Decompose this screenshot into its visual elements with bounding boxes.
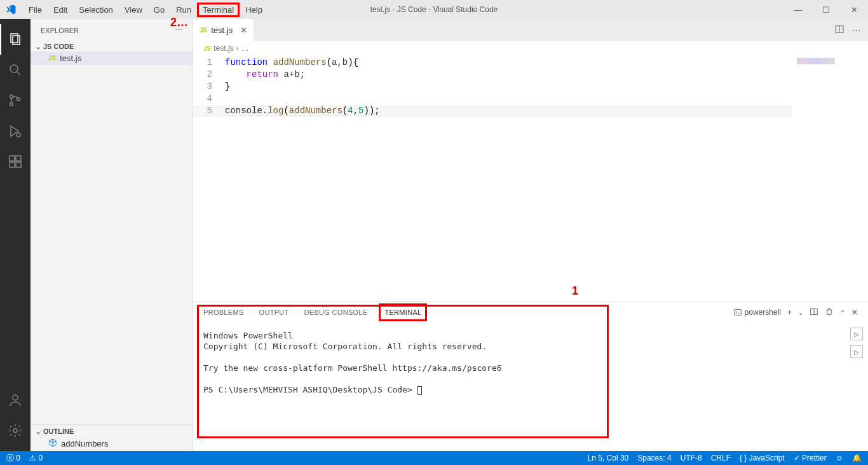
outline-header[interactable]: ⌄ OUTLINE: [31, 424, 193, 436]
terminal-line: Copyright (C) Microsoft Corporation. All…: [203, 341, 858, 352]
menubar: FileEditSelectionViewGoRunTerminalHelp 2…: [0, 0, 868, 19]
terminal-line: [203, 352, 858, 363]
tab-testjs[interactable]: JS test.js ✕: [193, 19, 254, 41]
status-right: Ln 5, Col 30 Spaces: 4 UTF-8 CRLF { } Ja…: [588, 454, 862, 462]
status-bell-icon[interactable]: 🔔: [852, 454, 862, 462]
status-encoding[interactable]: UTF-8: [681, 454, 702, 462]
side-box-1[interactable]: ▷: [850, 328, 863, 340]
status-eol[interactable]: CRLF: [711, 454, 731, 462]
status-warnings[interactable]: ⚠ 0: [29, 454, 43, 462]
tab-bar: JS test.js ✕ ⋯: [193, 19, 868, 41]
statusbar: ⓧ 0 ⚠ 0 Ln 5, Col 30 Spaces: 4 UTF-8 CRL…: [0, 451, 868, 465]
close-panel-icon[interactable]: ✕: [851, 308, 858, 317]
run-debug-icon[interactable]: [0, 116, 31, 146]
svg-rect-8: [10, 162, 15, 167]
terminal-body[interactable]: Windows PowerShellCopyright (C) Microsof…: [193, 323, 868, 451]
status-prettier[interactable]: ✓ Prettier: [794, 454, 827, 462]
panel-tab-debug-console[interactable]: DEBUG CONSOLE: [304, 309, 368, 316]
line-content: function addNumbers(a,b){: [225, 57, 358, 69]
line-number: 5: [193, 105, 225, 117]
source-control-icon[interactable]: [0, 85, 31, 116]
status-feedback-icon[interactable]: ☺: [836, 454, 843, 462]
settings-gear-icon[interactable]: [0, 415, 31, 446]
code-line[interactable]: 3}: [193, 81, 792, 93]
menu-selection[interactable]: Selection: [73, 3, 118, 17]
chevron-up-icon[interactable]: ⌃: [840, 309, 845, 316]
explorer-icon[interactable]: [0, 24, 31, 55]
minimap[interactable]: [792, 55, 868, 302]
maximize-button[interactable]: ☐: [812, 0, 840, 19]
split-terminal-icon[interactable]: [810, 307, 818, 318]
svg-point-12: [13, 429, 17, 433]
activity-bar: [0, 19, 31, 451]
svg-point-3: [10, 95, 13, 99]
tab-label: test.js: [211, 25, 233, 35]
chevron-down-icon[interactable]: ⌄: [798, 309, 803, 316]
menu-go[interactable]: Go: [148, 3, 170, 17]
main-area: EXPLORER ⋯ ⌄ JS CODE JS test.js ⌄ OUTLIN…: [0, 19, 868, 451]
code-editor[interactable]: 1function addNumbers(a,b){2 return a+b;3…: [193, 55, 792, 302]
code-minimap-row: 1function addNumbers(a,b){2 return a+b;3…: [193, 55, 868, 302]
panel-tab-terminal[interactable]: TERMINAL: [379, 303, 427, 321]
terminal-prompt[interactable]: PS C:\Users\MEHVISH ASHIQ\Desktop\JS Cod…: [203, 384, 858, 395]
minimize-button[interactable]: —: [784, 0, 812, 19]
vscode-logo-icon: [5, 4, 17, 15]
svg-point-11: [13, 395, 18, 400]
status-spaces[interactable]: Spaces: 4: [637, 454, 671, 462]
sidebar-header: EXPLORER ⋯: [31, 19, 193, 41]
js-file-icon: JS: [48, 55, 56, 62]
line-number: 4: [193, 93, 225, 105]
annotation-1: 1: [572, 284, 578, 298]
bottom-panel: 1 PROBLEMSOUTPUTDEBUG CONSOLETERMINAL po…: [193, 302, 868, 451]
annotation-2: 2…: [170, 16, 188, 29]
breadcrumb-rest: …: [241, 44, 249, 53]
extensions-icon[interactable]: [0, 146, 31, 177]
status-position[interactable]: Ln 5, Col 30: [588, 454, 629, 462]
svg-rect-10: [16, 156, 21, 161]
close-tab-icon[interactable]: ✕: [240, 25, 247, 35]
split-editor-icon[interactable]: [834, 24, 844, 36]
menu-file[interactable]: File: [23, 3, 48, 17]
new-terminal-icon[interactable]: +: [787, 308, 792, 317]
outline-title: OUTLINE: [43, 427, 74, 435]
breadcrumb[interactable]: JS test.js › …: [193, 41, 868, 55]
file-name: test.js: [60, 53, 81, 63]
chevron-down-icon: ⌄: [36, 43, 41, 50]
status-language[interactable]: { } JavaScript: [740, 454, 785, 462]
code-line[interactable]: 2 return a+b;: [193, 69, 792, 81]
chevron-down-icon: ⌄: [36, 428, 41, 435]
line-content: console.log(addNumbers(4,5));: [225, 105, 380, 117]
menu-run[interactable]: Run: [170, 3, 197, 17]
trash-icon[interactable]: [825, 307, 834, 318]
file-item-testjs[interactable]: JS test.js: [31, 52, 193, 65]
panel-tabs: PROBLEMSOUTPUTDEBUG CONSOLETERMINAL powe…: [193, 302, 868, 323]
close-button[interactable]: ✕: [840, 0, 868, 19]
code-line[interactable]: 5console.log(addNumbers(4,5));: [193, 105, 792, 117]
menu-edit[interactable]: Edit: [48, 3, 73, 17]
panel-tab-output[interactable]: OUTPUT: [259, 309, 289, 316]
terminal-profile-icon[interactable]: powershell: [733, 308, 781, 317]
svg-point-5: [17, 98, 20, 101]
window-title: test.js - JS Code - Visual Studio Code: [370, 5, 498, 14]
terminal-line: Try the new cross-platform PowerShell ht…: [203, 363, 858, 373]
workspace-header[interactable]: ⌄ JS CODE: [31, 41, 193, 52]
panel-tab-problems[interactable]: PROBLEMS: [203, 309, 244, 316]
more-actions-icon[interactable]: ⋯: [852, 25, 860, 35]
code-line[interactable]: 4: [193, 93, 792, 105]
menu-help[interactable]: Help: [240, 3, 268, 17]
outline-item-addnumbers[interactable]: addNumbers: [31, 436, 193, 451]
js-file-icon: JS: [200, 27, 207, 34]
line-content: }: [225, 81, 230, 93]
menu-terminal[interactable]: Terminal: [197, 3, 240, 17]
outline-section: ⌄ OUTLINE addNumbers: [31, 424, 193, 451]
line-number: 3: [193, 81, 225, 93]
code-line[interactable]: 1function addNumbers(a,b){: [193, 57, 792, 69]
method-icon: [48, 438, 57, 449]
menu-view[interactable]: View: [119, 3, 148, 17]
svg-rect-14: [734, 309, 741, 315]
side-box-2[interactable]: ▷: [850, 345, 863, 358]
line-number: 1: [193, 57, 225, 69]
status-errors[interactable]: ⓧ 0: [6, 453, 20, 464]
account-icon[interactable]: [0, 385, 31, 415]
search-icon[interactable]: [0, 55, 31, 85]
